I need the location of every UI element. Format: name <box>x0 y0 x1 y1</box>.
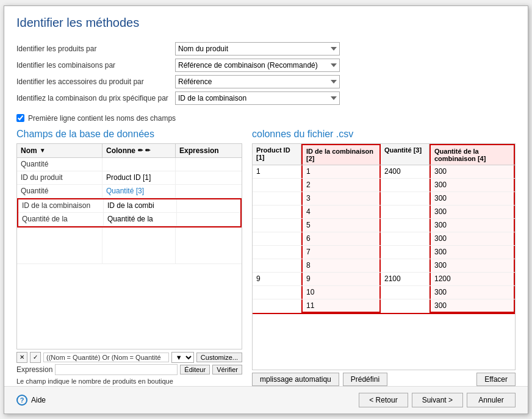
csv-cell: 9 <box>301 273 381 285</box>
csv-row: 11 300 <box>253 299 515 314</box>
verify-button[interactable]: Vérifier <box>212 365 242 374</box>
filter-x-button[interactable]: ✕ <box>16 352 27 363</box>
clear-button[interactable]: Effacer <box>476 373 516 386</box>
csv-cell <box>381 299 430 313</box>
main-dialog: Identifier les méthodes Identifier les p… <box>4 5 528 414</box>
csv-cell <box>381 259 430 272</box>
left-panel: Champs de la base de données Nom ▼ Colon… <box>16 129 242 386</box>
db-fields-title: Champs de la base de données <box>16 129 242 140</box>
col-nom-header: Nom ▼ <box>17 144 102 157</box>
cell-expression <box>176 171 242 184</box>
editor-button[interactable]: Éditeur <box>180 365 210 374</box>
dialog-title: Identifier les méthodes <box>16 16 516 30</box>
csv-row: 10 300 <box>253 286 515 299</box>
csv-row: 9 9 2100 1200 <box>253 273 515 286</box>
table-row: Quantité de la Quantité de la <box>18 213 240 226</box>
cancel-button[interactable]: Annuler <box>467 393 516 407</box>
csv-cell: 300 <box>430 192 515 205</box>
sort-icon[interactable]: ▼ <box>40 147 46 154</box>
csv-cell: 300 <box>430 299 515 313</box>
form-row-3: Identifiez la combinaison du prix spécif… <box>16 91 516 105</box>
csv-cell: 300 <box>430 165 515 178</box>
csv-cell: 3 <box>301 192 381 205</box>
csv-buttons: mplissage automatiqu Prédéfini Effacer <box>252 373 516 386</box>
csv-cell: 300 <box>430 232 515 245</box>
filter-dropdown[interactable]: ▼ <box>171 352 194 363</box>
cell-nom: ID de la combinaison <box>18 199 104 212</box>
csv-cell <box>253 286 301 299</box>
csv-row: 7 300 <box>253 246 515 259</box>
filter-check-button[interactable]: ✓ <box>30 352 41 363</box>
table-row: Quantité <box>17 158 242 171</box>
table-row: ID de la combinaison ID de la combi <box>18 199 240 213</box>
csv-header: Product ID [1] ID de la combinaison [2] … <box>253 144 515 165</box>
customize-button[interactable]: Customize... <box>196 353 242 362</box>
csv-cell: 300 <box>430 206 515 218</box>
csv-cell: 11 <box>301 299 381 313</box>
form-label-1: Identifier les combinaisons par <box>16 61 175 70</box>
help-icon[interactable]: ? <box>16 395 27 406</box>
table-row <box>17 227 242 264</box>
first-line-checkbox[interactable] <box>16 114 24 122</box>
db-table-header: Nom ▼ Colonne ✏ ✏ Expression <box>17 144 242 158</box>
csv-cell <box>253 179 301 192</box>
csv-cell <box>253 259 301 272</box>
predefined-button[interactable]: Prédéfini <box>343 373 387 386</box>
csv-cell <box>381 179 430 192</box>
form-row-2: Identifier les accessoires du produit pa… <box>16 75 516 88</box>
csv-cell: 2100 <box>381 273 430 285</box>
csv-cell: 2400 <box>381 165 430 178</box>
cell-expression <box>177 213 240 226</box>
csv-row: 1 1 2400 300 <box>253 165 515 179</box>
form-label-3: Identifiez la combinaison du prix spécif… <box>16 94 175 102</box>
filter-row: ✕ ✓ ▼ Customize... <box>16 352 242 363</box>
form-row-0: Identifier les produits par Nom du produ… <box>16 42 516 56</box>
csv-cell: 8 <box>301 259 381 272</box>
main-content: Champs de la base de données Nom ▼ Colon… <box>4 129 528 386</box>
csv-cell <box>253 219 301 232</box>
next-button[interactable]: Suivant > <box>412 393 463 407</box>
table-row: Quantité Quantité [3] <box>17 185 242 198</box>
dialog-header: Identifier les méthodes <box>4 6 528 42</box>
form-row-1: Identifier les combinaisons par Référenc… <box>16 59 516 72</box>
csv-table-wrapper: Product ID [1] ID de la combinaison [2] … <box>252 143 516 370</box>
cell-nom: Quantité <box>17 185 102 198</box>
cell-colonne <box>102 227 176 263</box>
csv-cell: 1200 <box>430 273 515 285</box>
csv-header-col4: Quantité de la combinaison [4] <box>430 144 515 165</box>
csv-cell: 2 <box>301 179 381 192</box>
form-label-0: Identifier les produits par <box>16 45 175 53</box>
form-section: Identifier les produits par Nom du produ… <box>4 42 528 108</box>
identify-combinations-select[interactable]: Référence de combinaison (Recommandé) <box>175 59 340 72</box>
csv-cell: 300 <box>430 179 515 192</box>
csv-cell <box>381 206 430 218</box>
expression-input[interactable] <box>55 364 178 375</box>
csv-cell: 9 <box>253 273 301 285</box>
csv-cell: 300 <box>430 219 515 232</box>
cell-expression <box>176 227 242 263</box>
csv-cell <box>253 206 301 218</box>
csv-cell: 300 <box>430 286 515 299</box>
help-label: Aide <box>31 396 46 404</box>
identify-products-select[interactable]: Nom du produit <box>175 42 340 56</box>
csv-cell <box>381 192 430 205</box>
csv-cell: 1 <box>253 165 301 178</box>
csv-cell: 300 <box>430 246 515 259</box>
csv-body: 1 1 2400 300 2 300 3 <box>253 165 515 370</box>
col-colonne-header: Colonne ✏ ✏ <box>102 144 176 157</box>
csv-cell: 5 <box>301 219 381 232</box>
auto-fill-button[interactable]: mplissage automatiqu <box>252 373 339 386</box>
cell-colonne: Quantité de la <box>104 213 177 226</box>
filter-input[interactable] <box>43 353 169 362</box>
back-button[interactable]: < Retour <box>359 393 408 407</box>
edit-icon-colonne2[interactable]: ✏ <box>145 147 150 154</box>
csv-cell: 7 <box>301 246 381 259</box>
csv-cell <box>381 219 430 232</box>
csv-header-col1: Product ID [1] <box>253 144 301 165</box>
csv-header-col3: Quantité [3] <box>381 144 430 165</box>
cell-expression <box>176 185 242 198</box>
identify-accessories-select[interactable]: Référence <box>175 75 340 88</box>
edit-icon-colonne[interactable]: ✏ <box>138 147 143 154</box>
identify-price-select[interactable]: ID de la combinaison <box>175 91 340 105</box>
expression-label: Expression <box>16 365 52 374</box>
